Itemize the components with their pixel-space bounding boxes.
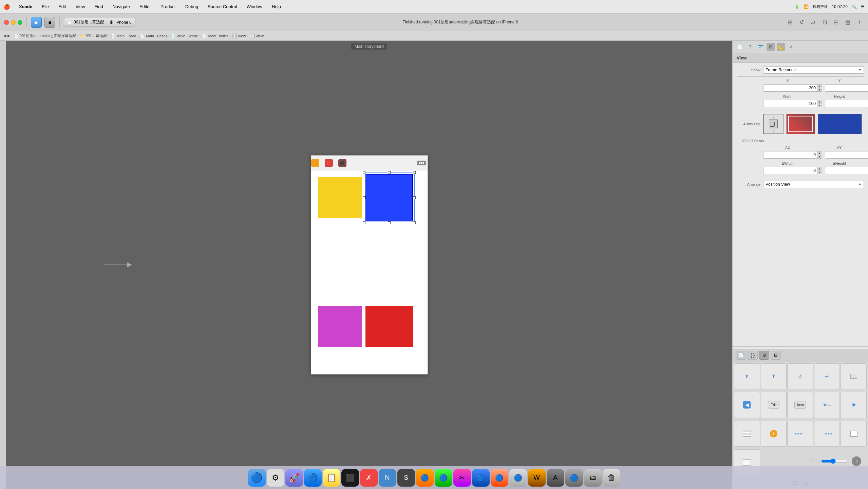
width-input[interactable]: 100 ▲ ▼ [763,100,822,107]
purple-view[interactable] [318,306,362,347]
dock-app8[interactable]: 🔵 [491,469,508,487]
dock-sysprefs[interactable]: ⚙ [267,469,284,487]
zoom-button[interactable] [18,20,22,25]
comp-tab-file[interactable]: 📄 [736,351,746,360]
dock-safari[interactable]: 🔵 [304,469,322,487]
breadcrumb-item-3[interactable]: 📄 Main....oard [111,34,136,38]
dock-app2[interactable]: N [379,469,396,487]
view-toggle-icon[interactable]: ⊞ [785,18,795,27]
connections-inspector-tab[interactable]: ↗ [787,43,795,51]
comp-table[interactable] [734,421,760,447]
comp-item-button[interactable]: Item [787,392,813,418]
dock-launchpad[interactable]: 🚀 [285,469,303,487]
comp-dots-right[interactable]: ●●●●● → [787,421,813,447]
breadcrumb-item-8[interactable]: □ View [250,34,264,38]
x-stepper-down[interactable]: ▼ [817,88,822,92]
back-forward-icon[interactable]: ⇄ [808,18,818,27]
x-stepper-up[interactable]: ▲ [817,85,822,88]
breadcrumb-item-1[interactable]: 📄 001使用autoresizing实现屏幕适配 [14,33,76,38]
close-button[interactable] [4,20,9,25]
size-inspector-tab[interactable]: 📐 [777,43,785,51]
comp-alert[interactable]: ⚠ [761,421,787,447]
plus-icon[interactable]: + [854,18,864,27]
width-stepper-up[interactable]: ▲ [817,100,822,104]
red-view[interactable] [365,306,413,347]
breadcrumb-item-5[interactable]: 📄 View...Scene [171,34,198,38]
dock-finder[interactable]: 🔵 [248,469,266,487]
dock-app12[interactable]: 🔵 [565,469,583,487]
menu-file[interactable]: File [40,3,51,10]
scheme-selector[interactable]: 📄 001使用...幕适配 › 📱 iPhone 6 [64,18,135,27]
dx-stepper-up[interactable]: ▲ [817,151,822,155]
delta-height-input[interactable]: 0 ▲ ▼ [825,167,868,174]
comp-tab-grid[interactable]: ⊟ [771,351,781,360]
dock-app4[interactable]: 🔵 [416,469,434,487]
dock-app10[interactable]: W [528,469,546,487]
help-inspector-tab[interactable]: ? [746,43,754,51]
stop-button[interactable]: ■ [44,17,55,28]
dock-app1[interactable]: ✗ [360,469,378,487]
dock-app6[interactable]: ✂ [453,469,471,487]
delta-y-input[interactable]: 0 ▲ ▼ [825,151,868,159]
layout-icon[interactable]: ⊡ [820,18,829,27]
x-input[interactable]: 200 ▲ ▼ [763,84,822,92]
play-button[interactable]: ▶ [31,17,42,28]
comp-item-2[interactable]: ⬆ [761,363,787,390]
delta-width-input[interactable]: 0 ▲ ▼ [763,167,822,174]
menu-window[interactable]: Window [245,3,264,10]
comp-empty-rect[interactable] [841,421,867,447]
menu-help[interactable]: Help [270,3,283,10]
attributes-inspector-tab[interactable]: ⚙ [767,43,775,51]
dock-app7[interactable]: 🔵 [472,469,490,487]
menu-edit[interactable]: Edit [56,3,68,10]
search-icon[interactable]: 🔍 [852,4,857,9]
menu-source-control[interactable]: Source Control [206,3,239,10]
phone-content[interactable] [311,170,428,374]
yellow-view[interactable] [318,177,362,218]
comp-tab-css[interactable]: { } [748,351,758,360]
minimize-button[interactable] [11,20,16,25]
comp-back-button[interactable]: ◀ [734,392,760,418]
identity-inspector-tab[interactable]: 🪪 [756,43,765,51]
comp-star-dots[interactable]: ★ … [814,392,840,418]
menu-debug[interactable]: Debug [183,3,200,10]
comp-tab-circle[interactable]: ⊙ [759,351,769,360]
breadcrumb-item-4[interactable]: 📄 Main...Base) [140,34,167,38]
comp-edit-button[interactable]: Edit [761,392,787,418]
inspector-icon[interactable]: ▤ [843,18,852,27]
dock-terminal[interactable]: ⬛ [341,469,359,487]
left-panel-icon[interactable]: □ [2,44,4,48]
dock-trash[interactable]: 🗑 [603,469,620,487]
comp-star-filled[interactable]: ★ [841,392,867,418]
apple-menu[interactable]: 🍎 [3,3,10,10]
notification-icon[interactable]: ☰ [861,4,865,9]
canvas-area[interactable]: Main.storyboard 🔶 🟥 ⬛ ■■■ [6,41,732,489]
comp-item-5[interactable] [841,363,867,390]
dock-app11[interactable]: A [547,469,564,487]
blue-view[interactable] [365,174,413,221]
menu-view[interactable]: View [73,3,87,10]
height-input[interactable]: 100 ▲ ▼ [825,100,868,107]
breadcrumb-item-6[interactable]: 📄 View...troller [202,34,228,38]
menu-xcode[interactable]: Xcode [17,3,34,10]
breadcrumb-item-7[interactable]: □ View [232,34,246,38]
menu-find[interactable]: Find [92,3,105,10]
comp-item-1[interactable]: ⬆ [734,363,760,390]
menu-navigate[interactable]: Navigate [111,3,132,10]
comp-item-3[interactable]: ↺ [787,363,813,390]
pause-button[interactable]: ⏸ [852,456,861,466]
menu-product[interactable]: Product [158,3,178,10]
delta-x-input[interactable]: 0 ▲ ▼ [763,151,822,159]
dx-stepper-down[interactable]: ▼ [817,155,822,159]
comp-dots-left[interactable]: ← ●●●●● [814,421,840,447]
dw-stepper-down[interactable]: ▼ [817,171,822,174]
dock-notes[interactable]: 📋 [323,469,340,487]
file-inspector-tab[interactable]: 📄 [736,43,744,51]
menu-editor[interactable]: Editor [137,3,153,10]
autosizing-box[interactable]: | | [763,114,784,134]
ime-indicator[interactable]: 搜狗拼音 [813,4,828,9]
dock-app5[interactable]: 🔵 [435,469,452,487]
breadcrumb-nav-next[interactable]: ▶ [7,34,10,38]
refresh-icon[interactable]: ↺ [797,18,806,27]
dock-app3[interactable]: $ [397,469,415,487]
